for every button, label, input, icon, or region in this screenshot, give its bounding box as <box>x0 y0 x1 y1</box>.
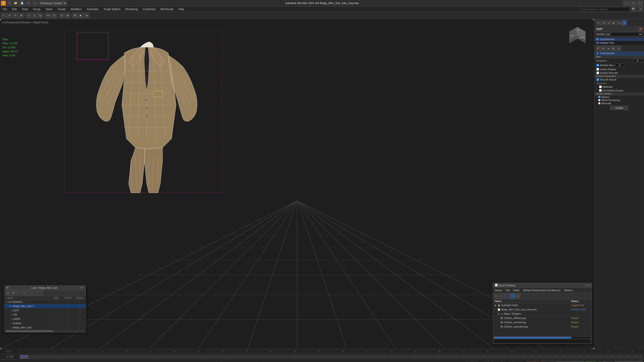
view-cube[interactable]: TOP LEFT FRONT <box>567 26 588 46</box>
layer-manager-close-btn[interactable]: × <box>82 287 84 289</box>
zoom-extents-btn[interactable]: ⊕ <box>615 361 620 362</box>
layer-row-0[interactable]: ▼ ⊞ 0 (default) □ — — ⚐ <box>5 300 86 304</box>
asset-paths-menu[interactable]: Paths <box>512 288 522 293</box>
move-btn[interactable]: ✛ <box>7 13 12 18</box>
zoom-btn[interactable]: 🔍 <box>637 361 643 362</box>
next-key-btn[interactable]: ▶ <box>573 361 578 362</box>
redo-btn[interactable]: ↪ <box>32 0 38 6</box>
make-unique-icon[interactable]: ◈ <box>606 46 611 51</box>
new-btn[interactable]: ☐ <box>7 0 12 6</box>
play-btn[interactable]: ▶ <box>567 361 572 362</box>
asset-options-menu[interactable]: Options <box>562 288 574 293</box>
scene-explorer-btn[interactable]: ⊞ <box>65 13 70 18</box>
layer-manager-help-btn[interactable]: ? <box>80 287 81 289</box>
utilities-panel-icon[interactable]: ⊗ <box>622 20 627 25</box>
timeline-frame-input[interactable]: 0/100 <box>0 349 18 354</box>
render-setup-btn[interactable]: ⊠ <box>72 13 78 18</box>
workspace-select[interactable]: Workspace: Default <box>38 1 67 6</box>
undo-btn[interactable]: ↩ <box>26 0 31 6</box>
layer-row-tie[interactable]: ◈ TIE — — ⚐ <box>5 313 86 317</box>
layer-row-suit[interactable]: ◈ SUIT — — ⚐ <box>5 308 86 313</box>
rotate-btn[interactable]: ↻ <box>13 13 18 18</box>
asset-server-menu[interactable]: Server <box>493 288 504 293</box>
motion-panel-icon[interactable]: ▶ <box>612 20 616 25</box>
update-button[interactable]: Update <box>610 106 628 110</box>
layer-add-selection-btn[interactable]: + <box>16 291 22 296</box>
layer-row-shirt[interactable]: ◈ SHIRT — — ⚐ <box>5 317 86 321</box>
auto-key-btn[interactable]: Auto Key <box>527 361 540 362</box>
layer-row-1[interactable]: ▼ ⊟ Beige_Men_Suit ☑ — — ⚐ <box>5 304 86 308</box>
pin-stack-icon[interactable]: 📌 <box>596 46 600 51</box>
open-btn[interactable]: 📂 <box>13 0 18 6</box>
layer-row-buttons[interactable]: ⊙ buttons — — ⚐ <box>5 321 86 326</box>
mirror-btn[interactable]: ⟺ <box>45 13 51 18</box>
render-iters-checkbox[interactable] <box>596 64 599 66</box>
search-input[interactable] <box>580 7 630 11</box>
asset-row-normal[interactable]: 📷 Clothes_normal.png Found <box>493 320 592 325</box>
layer-row-bms[interactable]: ⊙ Beige_Men_Suit — — ⚐ <box>5 326 86 330</box>
menu-modifiers[interactable]: Modifiers <box>69 6 84 12</box>
material-editor-btn[interactable]: ◈ <box>84 13 90 18</box>
menu-edit[interactable]: Edit <box>10 6 18 12</box>
menu-create[interactable]: Create <box>56 6 68 12</box>
menu-tools[interactable]: Tools <box>20 6 30 12</box>
materials-checkbox[interactable] <box>599 85 602 88</box>
menu-customize[interactable]: Customize <box>141 6 158 12</box>
set-key-btn[interactable]: Set Key <box>585 361 596 362</box>
display-panel-icon[interactable]: ◎ <box>617 20 622 25</box>
asset-refresh-btn[interactable]: ↻ <box>494 294 499 299</box>
menu-file[interactable]: File <box>1 6 9 12</box>
align-btn[interactable]: ⊡ <box>52 13 57 18</box>
smoothing-groups-checkbox[interactable] <box>599 89 602 92</box>
asset-row-vault[interactable]: ▶ 🔒 Autodesk Vault Logged Out <box>493 303 592 308</box>
menu-graph-editors[interactable]: Graph Editors <box>102 6 122 12</box>
asset-tracking-restore-btn[interactable]: □ <box>586 284 588 287</box>
angle-snap-btn[interactable]: ∠ <box>32 13 37 18</box>
key-filters-btn[interactable]: Key Filters... <box>598 361 613 362</box>
isoline-display-checkbox[interactable] <box>596 68 599 71</box>
always-radio[interactable] <box>598 96 600 98</box>
asset-row-file[interactable]: 📄 Beige_Men_Suit_max_vray.max Network Pa… <box>493 308 592 312</box>
orbit-btn[interactable]: ↻ <box>632 361 637 362</box>
hierarchy-panel-icon[interactable]: ⊟ <box>606 20 611 25</box>
asset-row-diffuse[interactable]: 📷 Clothes_diffuse.png Found <box>493 316 592 320</box>
remove-modifier-icon[interactable]: 🗑 <box>611 46 616 51</box>
menu-animation[interactable]: Animation <box>85 6 100 12</box>
asset-bitmap-menu[interactable]: Bitmap Performance and Memory <box>522 288 562 293</box>
maximize-btn[interactable]: □ <box>630 1 636 6</box>
asset-row-maps[interactable]: ▼ 🗂 Maps / Shaders <box>493 312 592 316</box>
menu-views[interactable]: Views <box>44 6 54 12</box>
layer-new-btn[interactable]: ⊞ <box>6 291 10 296</box>
selected-dropdown[interactable]: Selected <box>540 361 554 362</box>
time-display[interactable]: 0 / 100 <box>1 355 19 359</box>
show-end-result-icon[interactable]: ⊞ <box>601 46 606 51</box>
asset-collapse-btn[interactable]: − <box>505 294 510 299</box>
asset-tracking-close-btn[interactable]: × <box>589 284 590 287</box>
editable-poly-modifier[interactable]: Editable Poly <box>594 41 644 45</box>
when-rendering-radio[interactable] <box>598 99 600 101</box>
asset-row-specular[interactable]: 📷 Clothes_specular.png Found <box>493 325 592 329</box>
search-btn[interactable]: 🔍 <box>631 6 636 12</box>
layer-move-down-btn[interactable]: ↓ <box>33 291 38 296</box>
scale-btn[interactable]: ⊞ <box>18 13 24 18</box>
percent-snap-btn[interactable]: % <box>38 13 43 18</box>
menu-group[interactable]: Group <box>31 6 42 12</box>
menu-maxscript[interactable]: MAXScript <box>159 6 175 12</box>
asset-expand-btn[interactable]: + <box>499 294 504 299</box>
pan-btn[interactable]: ✋ <box>626 361 631 362</box>
save-btn[interactable]: 💾 <box>20 0 25 6</box>
time-slider[interactable] <box>20 355 643 359</box>
create-panel-icon[interactable]: ✦ <box>596 20 601 25</box>
manually-radio[interactable] <box>598 102 600 104</box>
layer-options-btn[interactable]: ⋮ <box>38 291 43 296</box>
pin-icon[interactable]: 📌 <box>638 27 642 31</box>
asset-tracking-min-btn[interactable]: − <box>584 284 585 287</box>
snap-btn[interactable]: ⊹ <box>26 13 32 18</box>
time-slider-thumb[interactable] <box>20 355 28 359</box>
turbosmooth-modifier[interactable]: TurboSmooth <box>594 37 644 41</box>
layer-move-up-btn[interactable]: ↑ <box>27 291 32 296</box>
iterations-input[interactable] <box>633 59 642 62</box>
menu-rendering[interactable]: Rendering <box>124 6 140 12</box>
render-btn[interactable]: ▶ <box>78 13 84 18</box>
zoom-all-btn[interactable]: ⊞ <box>620 361 626 362</box>
